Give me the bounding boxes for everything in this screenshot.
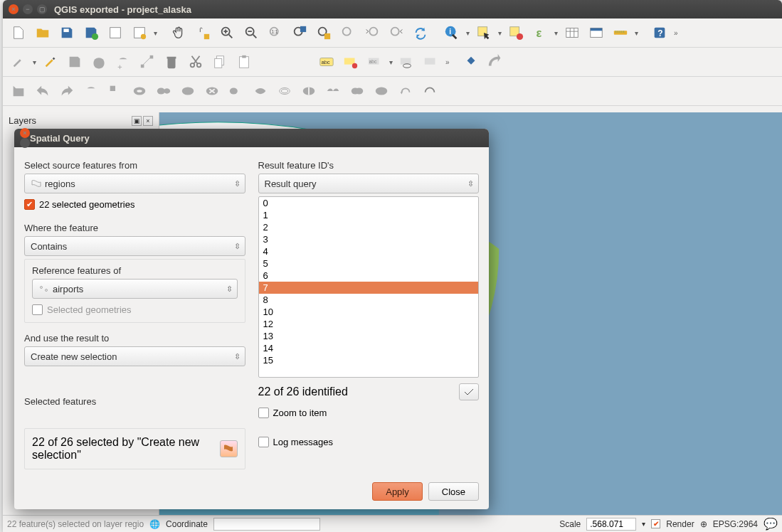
edit-brush-icon[interactable] — [7, 50, 30, 73]
zoom-in-icon[interactable] — [216, 21, 238, 44]
delete-icon[interactable] — [160, 50, 183, 73]
apply-button[interactable]: Apply — [372, 482, 423, 501]
new-project-icon[interactable] — [7, 21, 30, 44]
toolbar-dropdown-icon[interactable]: ▾ — [465, 29, 471, 37]
save-edits-icon[interactable] — [63, 50, 86, 73]
copy-icon[interactable] — [208, 50, 231, 73]
select-icon[interactable] — [472, 21, 495, 44]
label-pin-icon[interactable] — [339, 50, 362, 73]
toolbar-dropdown-icon[interactable]: ▾ — [553, 29, 559, 37]
result-item[interactable]: 3 — [259, 233, 479, 245]
window-maximize-icon[interactable]: ▢ — [37, 4, 47, 14]
create-result-layer-button[interactable] — [459, 383, 479, 400]
rotate-icon[interactable] — [80, 80, 102, 102]
dialog-minimize-icon[interactable] — [20, 138, 30, 148]
label-show-icon[interactable] — [396, 50, 418, 73]
result-item[interactable]: 0 — [259, 197, 479, 209]
panel-undock-icon[interactable]: ▣ — [132, 116, 142, 126]
label-hide-icon[interactable]: abc — [364, 50, 386, 73]
log-messages-checkbox[interactable] — [258, 437, 269, 447]
coordinate-input[interactable] — [213, 518, 320, 531]
attribute-table-icon[interactable] — [561, 21, 583, 44]
close-button[interactable]: Close — [428, 482, 479, 501]
messages-icon[interactable]: 💬 — [763, 517, 778, 531]
split-icon[interactable] — [297, 80, 320, 102]
window-close-icon[interactable]: × — [9, 4, 19, 14]
result-action-select[interactable]: Create new selection — [24, 346, 245, 366]
print-composer-icon[interactable] — [128, 21, 151, 44]
cad-icon[interactable] — [7, 80, 30, 102]
delete-ring-icon[interactable] — [201, 80, 223, 102]
zoom-layer-icon[interactable] — [337, 21, 359, 44]
dialog-titlebar[interactable]: × Spatial Query — [14, 129, 489, 147]
pencil-icon[interactable] — [39, 50, 62, 73]
result-item[interactable]: 13 — [259, 330, 479, 342]
scale-input[interactable] — [586, 518, 636, 531]
result-item[interactable]: 4 — [259, 245, 479, 257]
measure-icon[interactable] — [609, 21, 632, 44]
offset-icon[interactable] — [273, 80, 296, 102]
result-item[interactable]: 12 — [259, 318, 479, 330]
delete-part-icon[interactable] — [225, 80, 248, 102]
create-layer-button[interactable] — [220, 440, 237, 457]
simplify-icon[interactable] — [104, 80, 127, 102]
offset-point-icon[interactable] — [418, 80, 441, 102]
toolbar-overflow-icon[interactable]: » — [672, 29, 680, 37]
select-expression-icon[interactable] — [504, 21, 527, 44]
label-move-icon[interactable] — [420, 50, 443, 73]
open-project-icon[interactable] — [31, 21, 54, 44]
toolbar-dropdown-icon[interactable]: ▾ — [31, 58, 38, 66]
epsg-label[interactable]: EPSG:2964 — [713, 519, 758, 529]
fill-ring-icon[interactable] — [176, 80, 199, 102]
toolbar-dropdown-icon[interactable]: ▾ — [388, 58, 394, 66]
result-item[interactable]: 14 — [259, 342, 479, 354]
toolbar-dropdown-icon[interactable]: ▾ — [497, 29, 503, 37]
zoom-native-icon[interactable]: 1:1 — [264, 21, 287, 44]
result-item[interactable]: 2 — [259, 221, 479, 233]
result-item[interactable]: 8 — [259, 294, 479, 306]
toolbar-dropdown-icon[interactable]: ▾ — [152, 29, 159, 37]
result-item[interactable]: 7 — [259, 282, 479, 294]
identify-icon[interactable]: i — [440, 21, 463, 44]
field-calc-icon[interactable] — [585, 21, 608, 44]
add-ring-icon[interactable] — [128, 80, 151, 102]
dialog-close-icon[interactable]: × — [20, 128, 30, 138]
pan-icon[interactable] — [167, 21, 190, 44]
save-project-icon[interactable] — [56, 21, 78, 44]
window-minimize-icon[interactable]: − — [23, 4, 33, 14]
result-type-select[interactable]: Result query — [258, 174, 480, 193]
rotate-point-icon[interactable] — [394, 80, 417, 102]
add-part-icon[interactable] — [152, 80, 175, 102]
reshape-icon[interactable] — [249, 80, 272, 102]
zoom-to-item-checkbox[interactable] — [258, 408, 269, 418]
move-feature-icon[interactable] — [112, 50, 134, 73]
redo-icon[interactable] — [56, 80, 78, 102]
paste-icon[interactable] — [233, 50, 255, 73]
save-as-icon[interactable] — [80, 21, 102, 44]
zoom-next-icon[interactable] — [385, 21, 408, 44]
plugin-ravens-icon[interactable] — [460, 50, 482, 73]
add-feature-icon[interactable] — [88, 50, 110, 73]
node-tool-icon[interactable] — [136, 50, 159, 73]
merge-icon[interactable] — [346, 80, 369, 102]
result-item[interactable]: 15 — [259, 354, 479, 366]
panel-close-icon[interactable]: × — [143, 116, 153, 126]
epsilon-icon[interactable]: ε — [529, 21, 551, 44]
split-parts-icon[interactable] — [322, 80, 344, 102]
render-checkbox[interactable]: ✔ — [651, 519, 660, 528]
reference-layer-select[interactable]: airports — [32, 279, 238, 299]
zoom-full-icon[interactable] — [288, 21, 311, 44]
source-layer-select[interactable]: regions — [24, 174, 245, 193]
pan-selection-icon[interactable] — [191, 21, 214, 44]
selected-geometries-checkbox[interactable]: ✔ — [24, 199, 35, 210]
label-abc-icon[interactable]: abc — [315, 50, 338, 73]
zoom-last-icon[interactable] — [361, 21, 384, 44]
help-icon[interactable]: ? — [648, 21, 671, 44]
refresh-icon[interactable] — [409, 21, 432, 44]
result-item[interactable]: 1 — [259, 209, 479, 221]
toolbar-dropdown-icon[interactable]: ▾ — [633, 29, 640, 37]
plugin-processing-icon[interactable] — [484, 50, 507, 73]
cut-icon[interactable] — [184, 50, 207, 73]
zoom-selection-icon[interactable] — [312, 21, 335, 44]
where-operator-select[interactable]: Contains — [24, 236, 245, 256]
